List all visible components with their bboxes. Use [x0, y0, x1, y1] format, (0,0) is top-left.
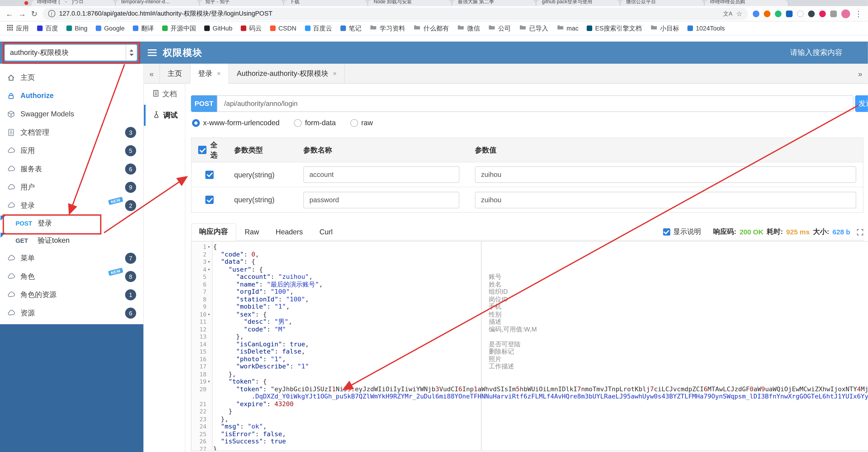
select-all-checkbox[interactable] — [198, 146, 207, 154]
browser-tab[interactable]: 最强大脑 第二季 — [452, 0, 536, 6]
bookmark-item[interactable]: 开源中国 — [162, 23, 196, 33]
sidebar-item-doc-manage[interactable]: 文档管理3 — [0, 123, 144, 142]
module-select[interactable]: authority-权限模块 — [4, 44, 137, 61]
reload-icon[interactable]: ↻ — [31, 10, 37, 18]
close-icon[interactable]: × — [217, 70, 221, 78]
back-icon[interactable]: ← — [6, 10, 13, 18]
browser-menu-icon[interactable]: ⋮ — [855, 10, 862, 18]
fullscreen-icon[interactable] — [857, 229, 864, 235]
extension-icon[interactable] — [764, 10, 771, 17]
sidebar-item-resource[interactable]: 资源6 — [0, 304, 144, 322]
sidebar-item-login[interactable]: 登录NEW2 — [0, 196, 144, 215]
bookmark-item[interactable]: Google — [96, 23, 125, 33]
bookmark-item[interactable]: 百度云 — [305, 23, 332, 33]
select-spinner-icon[interactable] — [126, 45, 137, 60]
browser-tab[interactable]: 下载 — [284, 0, 368, 6]
radio-icon[interactable] — [294, 119, 302, 126]
param-name-input[interactable]: account — [303, 166, 459, 183]
url-bar[interactable]: i 127.0.0.1:8760/api/gate/doc.html#/auth… — [42, 7, 748, 20]
chevron-right-icon[interactable]: » — [852, 69, 868, 78]
param-value-input[interactable]: zuihou — [475, 192, 857, 208]
chevron-left-icon[interactable]: « — [144, 69, 159, 78]
sidebar-item-post-login[interactable]: POST登录 — [0, 214, 144, 232]
search-input[interactable]: 请输入搜索内容 — [790, 48, 842, 58]
bookmark-item[interactable]: ES搜索引擎文档 — [587, 23, 642, 33]
request-url-input[interactable]: /api/authority/anno/login — [217, 95, 854, 112]
browser-tab[interactable]: github pack登录与使用 — [536, 0, 620, 6]
bookmark-item[interactable]: 码云 — [241, 23, 262, 33]
sidebar-item-service-table[interactable]: 服务表6 — [0, 160, 144, 178]
show-desc-checkbox[interactable] — [663, 228, 670, 235]
browser-tab[interactable]: 知乎 - 知乎 — [200, 0, 284, 6]
sidebar-item-home[interactable]: 主页 — [0, 68, 144, 87]
bookmark-item[interactable]: Bing — [66, 23, 88, 33]
radio-icon[interactable] — [192, 119, 200, 126]
sidebar-item-get-verify-token[interactable]: GET验证token — [0, 232, 144, 249]
bookmark-item[interactable]: 小目标 — [650, 23, 679, 33]
bookmark-item[interactable]: 1024Tools — [687, 23, 725, 33]
close-icon[interactable]: × — [333, 70, 337, 78]
menu-icon[interactable] — [147, 49, 157, 57]
param-name-input[interactable]: password — [303, 192, 459, 208]
content-type-option[interactable]: form-data — [294, 119, 336, 127]
extension-icon[interactable] — [786, 10, 793, 17]
sidebar-item-authorize[interactable]: Authorize — [0, 86, 144, 105]
forward-icon[interactable]: → — [19, 10, 26, 18]
bookmark-item[interactable]: 百度 — [37, 23, 58, 33]
response-tab-Curl[interactable]: Curl — [311, 224, 341, 240]
cloud-icon — [7, 183, 16, 191]
checkbox-checked[interactable] — [205, 170, 214, 179]
checkbox-checked[interactable] — [205, 196, 214, 204]
browser-tab[interactable]: temporary-interior-d… — [116, 0, 200, 6]
response-tab-Headers[interactable]: Headers — [267, 224, 311, 240]
param-value-input[interactable]: zuihou — [475, 166, 857, 183]
page-tabs: 主页登录×Authorize-authority-权限模块× — [159, 64, 345, 83]
bookmark-item[interactable]: CSDN — [270, 23, 297, 33]
sidebar-item-menu[interactable]: 菜单7 — [0, 249, 144, 267]
extension-icon[interactable] — [797, 10, 804, 17]
param-value-cell: zuihou — [468, 166, 863, 183]
extension-icon[interactable] — [830, 10, 837, 17]
bookmark-item[interactable]: 笔记 — [340, 23, 361, 33]
extension-icon[interactable] — [753, 10, 760, 17]
tab-主页[interactable]: 主页 — [159, 64, 190, 84]
extension-icon[interactable] — [775, 10, 781, 17]
extension-icon[interactable] — [819, 10, 826, 17]
browser-tab[interactable]: 哔哩哔哩会员购 — [705, 0, 789, 6]
sidebar-item-application[interactable]: 应用5 — [0, 141, 144, 160]
sidebar-item-role-resource[interactable]: 角色的资源1 — [0, 285, 144, 304]
browser-tab[interactable]: 微信公众平台 — [620, 0, 705, 6]
sidebar-item-user[interactable]: 用户9 — [0, 178, 144, 196]
bookmark-item[interactable]: mac — [557, 23, 579, 33]
url-text[interactable]: 127.0.0.1:8760/api/gate/doc.html#/author… — [59, 9, 719, 18]
extension-icon[interactable] — [808, 10, 815, 17]
radio-icon[interactable] — [350, 119, 358, 126]
bookmark-item[interactable]: 翻译 — [133, 23, 154, 33]
bookmark-item[interactable]: 微信 — [457, 23, 480, 33]
tab-登录[interactable]: 登录× — [190, 64, 229, 84]
send-button[interactable]: 发送 — [855, 95, 868, 112]
bookmark-item[interactable]: 已导入 — [519, 23, 548, 33]
tab-Authorize-authority-权限模块[interactable]: Authorize-authority-权限模块× — [229, 64, 345, 84]
browser-tab[interactable]: Node 卸载与安装 — [368, 0, 452, 6]
bookmark-item[interactable]: 学习资料 — [370, 23, 405, 33]
bookmark-item[interactable]: 公司 — [488, 23, 511, 33]
response-tab-响应内容[interactable]: 响应内容 — [191, 223, 236, 241]
tab-document[interactable]: 文档 — [144, 84, 185, 105]
star-icon[interactable]: ☆ — [736, 10, 742, 18]
tab-debug[interactable]: 调试 — [144, 105, 185, 126]
translate-icon[interactable]: 文A — [723, 10, 733, 18]
line-number: 23 — [191, 416, 212, 423]
bookmark-item[interactable]: 什么都有 — [413, 23, 449, 33]
sidebar-item-role[interactable]: 角色NEW8 — [0, 267, 144, 286]
info-icon[interactable]: i — [48, 10, 55, 17]
browser-tab[interactable]: 哔哩哔哩 (゜-゜)つロ — [32, 0, 116, 6]
bookmark-item[interactable]: 应用 — [7, 23, 29, 33]
content-type-option[interactable]: x-www-form-urlencoded — [192, 119, 279, 127]
sidebar-item-swagger-models[interactable]: Swagger Models — [0, 105, 144, 123]
sidebar-item-label: Authorize — [21, 91, 54, 100]
profile-avatar[interactable] — [841, 9, 850, 18]
content-type-option[interactable]: raw — [350, 119, 373, 127]
response-tab-Raw[interactable]: Raw — [237, 224, 267, 240]
bookmark-item[interactable]: GitHub — [204, 23, 232, 33]
